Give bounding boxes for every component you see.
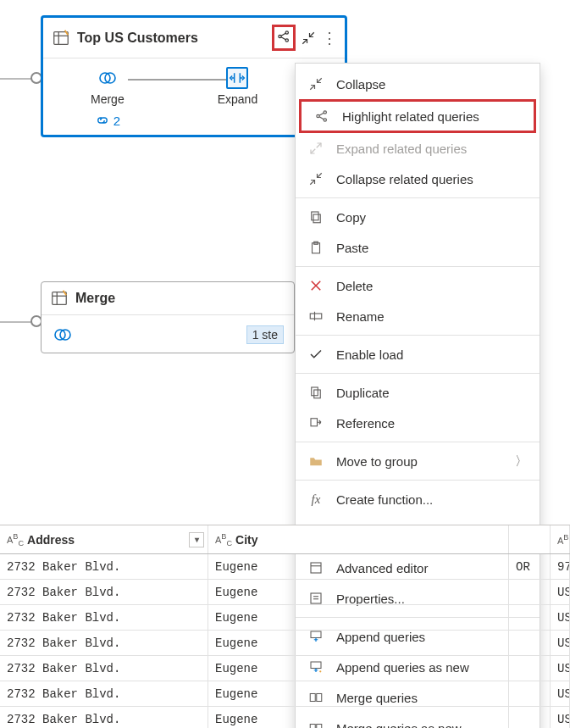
- svg-line-7: [281, 37, 285, 40]
- fx-icon: fx: [307, 491, 324, 508]
- svg-point-15: [317, 114, 319, 117]
- node-body: 1 ste: [42, 315, 294, 353]
- column-label: Address: [27, 533, 75, 547]
- menu-item-duplicate[interactable]: Duplicate: [296, 377, 540, 408]
- menu-item-delete[interactable]: Delete: [296, 270, 540, 301]
- svg-point-5: [285, 39, 288, 42]
- svg-point-16: [324, 111, 326, 114]
- step-merge[interactable]: Merge 2: [91, 67, 125, 128]
- menu-item-label: Move to group: [336, 454, 503, 469]
- chevron-right-icon: 〉: [515, 453, 528, 470]
- cell-state: [508, 707, 551, 728]
- svg-rect-28: [311, 419, 318, 426]
- step-count-badge[interactable]: 1 ste: [246, 325, 284, 344]
- menu-item-label: Rename: [336, 309, 528, 324]
- merge-step-icon[interactable]: [52, 324, 74, 346]
- reference-icon: [307, 414, 324, 431]
- copy-icon: [307, 208, 324, 225]
- svg-rect-26: [312, 387, 318, 396]
- share-icon: [313, 108, 330, 125]
- check-icon: [307, 346, 324, 363]
- menu-item-collapse[interactable]: Collapse: [296, 69, 540, 99]
- column-header-partial[interactable]: AB: [551, 525, 570, 553]
- cell-gap: [320, 580, 508, 604]
- menu-item-create-fn[interactable]: fxCreate function...: [296, 484, 540, 514]
- menu-item-label: Create function...: [336, 492, 528, 507]
- type-indicator-icon: ABC: [215, 532, 232, 547]
- cell-address: 2732 Baker Blvd.: [0, 580, 208, 604]
- cell-country: US: [551, 707, 570, 728]
- cell-country: US: [551, 656, 570, 681]
- svg-rect-10: [53, 292, 67, 305]
- menu-item-rename[interactable]: Rename: [296, 301, 540, 331]
- delete-icon: [307, 277, 324, 294]
- table-row[interactable]: 2732 Baker Blvd.EugeneUS: [0, 580, 570, 605]
- menu-item-label: Expand related queries: [336, 142, 528, 156]
- column-header-city[interactable]: ABC City: [208, 525, 320, 553]
- data-preview-grid[interactable]: ABC Address ▾ ABC City AB 2732 Baker Blv…: [0, 525, 570, 728]
- step-label: Expand: [218, 92, 257, 106]
- svg-point-3: [279, 35, 281, 37]
- svg-rect-0: [54, 31, 69, 44]
- menu-separator: [296, 373, 540, 374]
- svg-rect-20: [313, 214, 320, 223]
- svg-line-18: [319, 113, 324, 115]
- table-row[interactable]: 2732 Baker Blvd.EugeneUS: [0, 656, 570, 681]
- menu-item-reference[interactable]: Reference: [296, 408, 540, 438]
- menu-item-label: Highlight related queries: [342, 109, 522, 124]
- menu-item-label: Copy: [336, 210, 528, 225]
- share-icon[interactable]: [276, 29, 291, 44]
- cell-city: Eugene: [208, 631, 320, 655]
- cell-gap: [320, 656, 508, 681]
- cell-address: 2732 Baker Blvd.: [0, 707, 208, 728]
- menu-item-copy[interactable]: Copy: [296, 202, 540, 232]
- cell-address: 2732 Baker Blvd.: [0, 631, 208, 655]
- cell-state: [508, 580, 551, 604]
- menu-item-label: Collapse: [336, 77, 528, 92]
- svg-rect-24: [310, 314, 322, 319]
- highlight-related-button-callout: [272, 25, 296, 51]
- column-dropdown-icon[interactable]: ▾: [189, 532, 204, 547]
- menu-item-collapse-related[interactable]: Collapse related queries: [296, 164, 540, 194]
- query-node-merge[interactable]: Merge 1 ste: [41, 281, 295, 353]
- menu-item-label: Enable load: [336, 347, 528, 362]
- table-row[interactable]: 2732 Baker Blvd.EugeneUS: [0, 605, 570, 631]
- column-header-partial[interactable]: [508, 525, 551, 553]
- cell-city: Eugene: [208, 681, 320, 706]
- collapse-icon[interactable]: [301, 31, 316, 46]
- cell-country: US: [551, 631, 570, 655]
- table-row[interactable]: 2732 Baker Blvd.EugeneUS: [0, 631, 570, 656]
- link-count: 2: [113, 114, 120, 128]
- cell-gap: [320, 681, 508, 706]
- cell-state: [508, 631, 551, 655]
- more-icon[interactable]: ⋮: [321, 31, 336, 46]
- diagram-canvas[interactable]: Top US Customers ⋮ Merge: [0, 0, 570, 728]
- svg-line-19: [319, 117, 324, 119]
- svg-rect-21: [312, 212, 318, 220]
- menu-item-highlight-related[interactable]: Highlight related queries: [299, 99, 536, 133]
- menu-item-paste[interactable]: Paste: [296, 232, 540, 263]
- step-expand[interactable]: Expand: [218, 67, 257, 128]
- menu-item-label: Paste: [336, 241, 528, 255]
- menu-item-enable-load[interactable]: Enable load: [296, 339, 540, 370]
- column-header-address[interactable]: ABC Address ▾: [0, 525, 208, 553]
- cell-gap: [320, 707, 508, 728]
- linked-queries-badge[interactable]: 2: [95, 113, 120, 128]
- cell-country: 97403: [551, 554, 570, 579]
- cell-state: [508, 656, 551, 681]
- node-header: Merge: [42, 282, 294, 315]
- menu-item-label: Delete: [336, 279, 528, 293]
- cell-gap: [320, 605, 508, 630]
- collapse-icon: [307, 75, 324, 92]
- menu-item-move-group[interactable]: Move to group〉: [296, 446, 540, 476]
- column-label: City: [235, 533, 257, 547]
- rename-icon: [307, 308, 324, 325]
- table-row[interactable]: 2732 Baker Blvd.EugeneUS: [0, 707, 570, 728]
- table-row[interactable]: 2732 Baker Blvd.EugeneUS: [0, 681, 570, 707]
- expand-step-icon: [226, 67, 248, 89]
- cell-address: 2732 Baker Blvd.: [0, 605, 208, 630]
- table-row[interactable]: 2732 Baker Blvd.EugeneOR97403: [0, 554, 570, 580]
- svg-line-6: [281, 33, 285, 36]
- menu-item-label: Collapse related queries: [336, 172, 528, 186]
- menu-separator: [296, 266, 540, 267]
